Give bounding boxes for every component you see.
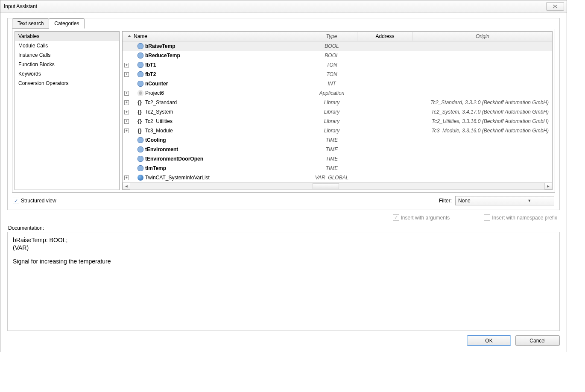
expand-icon[interactable]: +	[124, 72, 129, 77]
variable-icon	[137, 53, 143, 59]
expand-icon[interactable]: +	[124, 100, 129, 105]
filter-value: None	[456, 198, 505, 204]
table-row[interactable]: +{}Tc3_ModuleLibraryTc3_Module, 3.3.16.0…	[123, 126, 552, 135]
cell-name: +bReduceTemp	[123, 53, 306, 59]
sidebar-item[interactable]: Conversion Operators	[15, 79, 119, 88]
filter-combo[interactable]: None ▼	[455, 196, 554, 205]
expand-icon[interactable]: +	[124, 176, 129, 180]
expand-placeholder: +	[124, 82, 129, 86]
col-header-type[interactable]: Type	[306, 32, 357, 41]
cell-name: +{}Tc2_Standard	[123, 99, 306, 105]
cell-type: TIME	[306, 165, 357, 171]
table-row[interactable]: +TwinCAT_SystemInfoVarListVAR_GLOBAL	[123, 173, 552, 182]
expand-placeholder: +	[124, 157, 129, 161]
sidebar-item[interactable]: Variables	[15, 32, 119, 41]
expand-placeholder: +	[124, 44, 129, 49]
expand-icon[interactable]: +	[124, 119, 129, 124]
table-row[interactable]: +tCoolingTIME	[123, 135, 552, 145]
documentation-label: Documentation:	[7, 222, 560, 232]
sidebar-item[interactable]: Instance Calls	[15, 50, 119, 60]
cell-name: +bRaiseTemp	[123, 43, 306, 49]
col-header-name[interactable]: Name	[123, 32, 306, 41]
cell-type: INT	[306, 81, 357, 87]
globe-icon	[137, 175, 143, 181]
table-row[interactable]: +tEnvironmentTIME	[123, 145, 552, 154]
cell-type: BOOL	[306, 53, 357, 59]
cell-name-text: fbT2	[145, 71, 156, 77]
titlebar[interactable]: Input Assistant	[0, 0, 567, 13]
tab-categories[interactable]: Categories	[49, 18, 85, 29]
library-icon: {}	[137, 119, 143, 124]
cell-name: +tEnvironmentDoorOpen	[123, 156, 306, 162]
scroll-right-button[interactable]: ►	[544, 183, 552, 190]
col-header-name-label: Name	[134, 33, 147, 39]
filter-label: Filter:	[439, 198, 452, 204]
table-row[interactable]: +{}Tc2_SystemLibraryTc2_System, 3.4.17.0…	[123, 107, 552, 117]
cell-name-text: nCounter	[145, 81, 168, 87]
insert-with-namespace-label: Insert with namespace prefix	[492, 215, 557, 221]
horizontal-scrollbar[interactable]: ◄ ►	[123, 182, 552, 190]
library-icon: {}	[137, 109, 143, 114]
scroll-left-button[interactable]: ◄	[123, 183, 130, 190]
group-box: Text search Categories VariablesModule C…	[7, 18, 560, 210]
cell-name-text: tImTemp	[145, 165, 166, 171]
sort-ascending-icon	[128, 35, 131, 37]
table-row[interactable]: +nCounterINT	[123, 79, 552, 88]
documentation-box[interactable]: bRaiseTemp: BOOL; (VAR) Signal for incre…	[7, 232, 560, 331]
cell-type: TIME	[306, 137, 357, 143]
ok-button[interactable]: OK	[467, 335, 511, 346]
cell-name-text: tEnvironmentDoorOpen	[145, 156, 203, 162]
expand-icon[interactable]: +	[124, 110, 129, 114]
table-row[interactable]: +{}Tc2_UtilitiesLibraryTc2_Utilities, 3.…	[123, 117, 552, 126]
cell-name-text: Project6	[145, 90, 164, 96]
variable-icon	[137, 71, 143, 77]
table-row[interactable]: +tImTempTIME	[123, 164, 552, 173]
cell-name: +TwinCAT_SystemInfoVarList	[123, 175, 306, 181]
table-row[interactable]: +fbT2TON	[123, 70, 552, 79]
close-button[interactable]	[546, 2, 564, 11]
insert-with-arguments-label: Insert with arguments	[401, 215, 450, 221]
structured-view-checkbox[interactable]	[13, 198, 19, 204]
cell-type: Library	[306, 128, 357, 134]
list-header: Name Type Address Origin	[123, 32, 552, 41]
scroll-thumb[interactable]	[313, 183, 339, 189]
cell-name-text: Tc2_System	[145, 109, 173, 115]
cell-type: Library	[306, 118, 357, 124]
expand-icon[interactable]: +	[124, 129, 129, 133]
cancel-button[interactable]: Cancel	[515, 335, 560, 346]
cell-name-text: Tc2_Standard	[145, 99, 177, 105]
cell-type: Library	[306, 99, 357, 105]
table-row[interactable]: +bRaiseTempBOOL	[123, 41, 552, 51]
col-header-origin[interactable]: Origin	[413, 32, 552, 41]
documentation-line3: Signal for increasing the temperature	[13, 258, 554, 265]
table-row[interactable]: +tEnvironmentDoorOpenTIME	[123, 154, 552, 164]
cell-name-text: TwinCAT_SystemInfoVarList	[145, 175, 210, 181]
table-row[interactable]: +fbT1TON	[123, 60, 552, 70]
expand-icon[interactable]: +	[124, 63, 129, 67]
variable-icon	[137, 137, 143, 143]
cell-name: +fbT1	[123, 62, 306, 68]
tab-text-search[interactable]: Text search	[12, 18, 49, 29]
table-row[interactable]: +{}Tc2_StandardLibraryTc2_Standard, 3.3.…	[123, 98, 552, 107]
scroll-track[interactable]	[130, 183, 544, 189]
cell-type: TIME	[306, 146, 357, 152]
documentation-line1: bRaiseTemp: BOOL;	[13, 237, 554, 243]
cell-name: +Project6	[123, 90, 306, 96]
cell-type: Application	[306, 90, 357, 96]
sidebar-item[interactable]: Keywords	[15, 69, 119, 79]
cell-name-text: bRaiseTemp	[145, 43, 175, 49]
cell-name-text: bReduceTemp	[145, 53, 180, 59]
cell-origin: Tc3_Module, 3.3.16.0 (Beckhoff Automatio…	[413, 128, 552, 134]
window-title: Input Assistant	[3, 3, 546, 9]
cell-origin: Tc2_System, 3.4.17.0 (Beckhoff Automatio…	[413, 109, 552, 115]
variable-icon	[137, 156, 143, 162]
cell-name: +nCounter	[123, 81, 306, 87]
expand-icon[interactable]: +	[124, 91, 129, 96]
table-row[interactable]: +bReduceTempBOOL	[123, 51, 552, 60]
sidebar-item[interactable]: Module Calls	[15, 41, 119, 50]
insert-with-namespace-checkbox	[484, 214, 490, 221]
col-header-address[interactable]: Address	[357, 32, 413, 41]
close-icon	[553, 4, 558, 9]
table-row[interactable]: +Project6Application	[123, 88, 552, 98]
sidebar-item[interactable]: Function Blocks	[15, 60, 119, 69]
